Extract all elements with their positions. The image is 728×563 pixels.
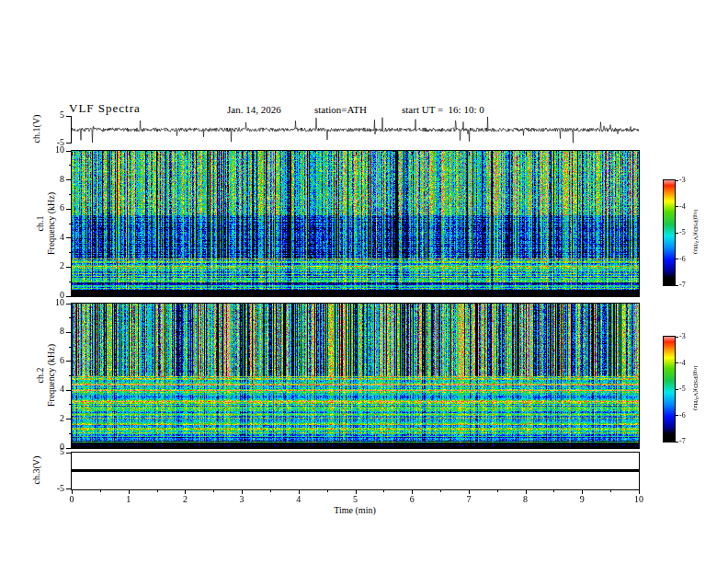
x-axis-tick-label: 1	[119, 494, 138, 504]
colorbar1-tick-label: -7	[679, 281, 694, 289]
ch1-spec-freq-tick-label: 4	[42, 232, 64, 242]
ch1-spec-freq-minor-tick	[69, 282, 72, 282]
x-axis-tick-label: 6	[403, 494, 421, 504]
ch1-spec-time-tick-top	[639, 152, 640, 155]
ch2-spec-freq-tick-label: 4	[42, 384, 64, 394]
colorbar-ch2-bar	[663, 336, 676, 442]
ch2-spec-time-tick-bottom	[185, 443, 186, 447]
vlf-spectra-figure: VLF Spectra Jan. 14, 2026 station=ATH st…	[0, 0, 728, 563]
ch2-spec-time-tick-bottom	[129, 443, 130, 447]
ch1-spec-time-tick-bottom	[129, 292, 130, 295]
x-axis-tick-label: 0	[63, 494, 81, 504]
ch2-spec-freq-minor-tick	[69, 404, 72, 405]
colorbar1-tick	[676, 259, 678, 259]
ch1-spec-time-tick-bottom	[412, 292, 413, 295]
figure-title: VLF Spectra	[69, 101, 141, 116]
ch1-spec-freq-minor-tick	[69, 165, 72, 166]
ch3-wave-volt-tick	[66, 453, 72, 454]
ch2-spec-time-tick-top	[242, 304, 243, 308]
ch1-spec-time-tick-top	[299, 152, 300, 155]
x-axis-tick-label: 4	[290, 494, 308, 504]
colorbar2-tick	[676, 362, 678, 363]
ch1-spec-time-tick-bottom	[299, 292, 300, 295]
ch2-spec-time-tick-bottom	[72, 443, 73, 447]
x-axis-minor-tick	[270, 489, 271, 492]
x-axis-minor-tick	[497, 489, 498, 492]
ch2-spec-freq-tick-label: 6	[42, 355, 64, 365]
ch2-spec-time-tick-bottom	[469, 443, 470, 447]
ch2-spec-time-tick-top	[526, 304, 527, 308]
ch2-spec-freq-tick	[66, 448, 72, 449]
ch1-spectrogram-plot	[72, 151, 639, 296]
ch2-spec-time-tick-top	[356, 304, 357, 308]
ch1-spec-time-tick-bottom	[185, 292, 186, 295]
x-axis-minor-tick	[327, 489, 328, 492]
x-axis-tick-label: 9	[573, 494, 591, 504]
figure-date: Jan. 14, 2026	[227, 104, 281, 115]
ch1-spec-time-tick-bottom	[242, 292, 243, 295]
colorbar2-tick	[676, 415, 678, 416]
x-axis-tick-label: 7	[460, 494, 478, 504]
colorbar1-tick-label: -6	[679, 255, 694, 263]
ch1-spec-freq-minor-tick	[69, 252, 72, 253]
time-axis-label: Time (min)	[309, 505, 401, 515]
ch1-wave-volt-tick-label: 5	[42, 109, 64, 120]
ch1-spec-time-tick-top	[242, 152, 243, 155]
ch2-spec-time-tick-top	[299, 304, 300, 308]
ch2-spec-time-tick-bottom	[299, 443, 300, 447]
ch2-spec-time-tick-top	[582, 304, 583, 308]
ch1-spec-freq-tick	[66, 267, 72, 268]
ch1-spec-time-tick-top	[72, 152, 73, 155]
colorbar2-tick-label: -3	[679, 332, 694, 340]
colorbar1-tick	[676, 233, 678, 234]
colorbar1-tick-label: -3	[679, 176, 694, 184]
ch2-spec-time-tick-top	[639, 304, 640, 308]
x-axis-minor-tick	[157, 489, 158, 492]
colorbar2-tick	[676, 337, 678, 338]
ch1-spec-freq-tick	[66, 296, 72, 297]
x-axis-tick-label: 10	[630, 494, 648, 504]
ch2-spec-time-tick-top	[412, 304, 413, 308]
ch2-spec-time-tick-bottom	[412, 443, 413, 447]
ch2-spec-time-tick-bottom	[582, 443, 583, 447]
ch1-spec-freq-tick	[66, 179, 72, 180]
x-axis-minor-tick	[100, 489, 101, 492]
ch1-spec-freq-tick	[66, 209, 72, 210]
ch1-waveform-plot	[72, 116, 639, 144]
ch2-spec-time-tick-bottom	[526, 443, 527, 447]
ch2-spec-time-tick-bottom	[356, 443, 357, 447]
ch1-spec-freq-tick-label: 2	[42, 260, 64, 270]
x-axis-tick-label: 8	[517, 494, 535, 504]
colorbar1-tick	[676, 206, 678, 207]
x-axis-tick-label: 5	[347, 494, 365, 504]
ch2-spec-time-tick-bottom	[639, 443, 640, 447]
ch3-signal-line	[72, 469, 639, 472]
x-axis-minor-tick	[440, 489, 441, 492]
colorbar-ch1	[663, 179, 676, 286]
colorbar2-tick	[676, 389, 678, 390]
x-axis-minor-tick	[383, 489, 384, 492]
ch1-spec-time-tick-top	[526, 152, 527, 155]
ch3-voltage-axis-label: ch.3(V)	[31, 442, 42, 498]
colorbar2-tick-label: -5	[679, 385, 694, 393]
ch1-spec-freq-tick	[66, 237, 72, 238]
ch1-spec-time-tick-top	[469, 152, 470, 155]
ch1-spec-time-tick-top	[129, 152, 130, 155]
x-axis-minor-tick	[610, 489, 611, 492]
x-axis-minor-tick	[553, 489, 554, 492]
ch2-spec-freq-tick-label: 8	[42, 326, 64, 336]
ch3-wave-volt-tick-label: 5	[42, 446, 64, 456]
ch1-spec-time-tick-bottom	[526, 292, 527, 295]
ch2-spec-freq-tick-label: 10	[42, 297, 64, 307]
colorbar1-tick-label: -4	[679, 202, 694, 211]
ch1-spec-time-tick-bottom	[639, 292, 640, 295]
ch1-wave-axis-line	[71, 116, 72, 144]
ch2-spec-freq-tick-label: 2	[42, 413, 64, 423]
ch1-spec-time-tick-top	[185, 152, 186, 155]
ch2-spec-freq-tick	[66, 361, 72, 362]
colorbar2-tick-label: -6	[679, 411, 694, 419]
ch1-spec-time-tick-bottom	[72, 292, 73, 295]
ch2-spectrogram-plot	[72, 304, 639, 448]
x-axis-tick-label: 3	[233, 494, 251, 504]
colorbar2-tick	[676, 442, 678, 442]
